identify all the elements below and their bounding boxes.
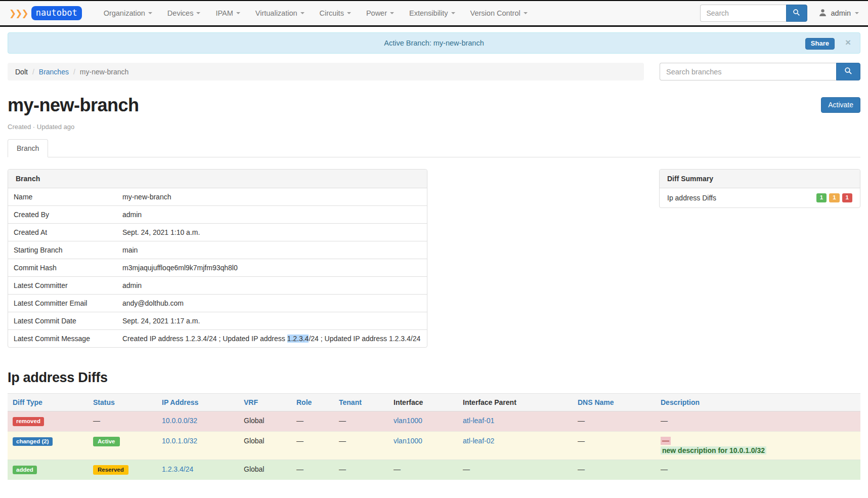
column-sort-link[interactable]: Description <box>661 398 700 406</box>
nav-item-label: IPAM <box>215 9 233 17</box>
column-sort-link[interactable]: Diff Type <box>13 398 42 406</box>
cell-link[interactable]: atl-leaf-02 <box>463 437 494 445</box>
nav-item-organization[interactable]: Organization <box>96 2 160 25</box>
branch-field-value: main <box>117 241 427 259</box>
diff-cell: Reserved <box>88 460 157 480</box>
description-new: new description for 10.0.1.0/32 <box>661 445 855 454</box>
column-label: Interface Parent <box>463 398 516 406</box>
diff-type-badge: changed (2) <box>13 437 53 446</box>
diff-cell: vlan1000 <box>388 411 458 432</box>
column-sort-link[interactable]: Status <box>93 398 115 406</box>
branch-field-value: Sept. 24, 2021 1:17 a.m. <box>117 312 427 330</box>
empty-value: — <box>93 417 100 425</box>
description-old: — <box>661 437 855 445</box>
cell-link[interactable]: vlan1000 <box>394 417 422 425</box>
diff-count-badge: 1 <box>816 193 827 202</box>
diff-cell: Global <box>239 411 291 432</box>
branch-detail-row: Created AtSept. 24, 2021 1:10 a.m. <box>8 224 427 241</box>
status-badge: Reserved <box>93 465 128 475</box>
branch-search-button[interactable] <box>836 63 860 80</box>
diff-cell: 10.0.1.0/32 <box>157 431 239 460</box>
user-name: admin <box>831 9 851 17</box>
diff-cell: — <box>291 431 334 460</box>
breadcrumb-row: Dolt/Branches/my-new-branch <box>8 63 860 80</box>
diff-cell: —new description for 10.0.1.0/32 <box>656 431 860 460</box>
activate-button[interactable]: Activate <box>821 97 860 113</box>
column-sort-link[interactable]: IP Address <box>162 398 198 406</box>
commit-message-highlight: 1.2.3.4 <box>287 335 309 343</box>
cell-link[interactable]: 1.2.3.4/24 <box>162 465 193 473</box>
cell-text: Global <box>244 437 264 445</box>
empty-value: — <box>661 465 668 473</box>
commit-message-pre: Created IP address 1.2.3.4/24 ; Updated … <box>122 335 287 343</box>
empty-value: — <box>339 417 346 425</box>
column-label: Interface <box>394 398 423 406</box>
nav-item-label: Devices <box>167 9 194 17</box>
diff-column-role: Role <box>291 394 334 411</box>
user-menu[interactable]: admin <box>818 8 859 18</box>
tab-branch[interactable]: Branch <box>8 139 48 157</box>
diff-cell: — <box>88 411 157 432</box>
search-icon <box>793 9 800 18</box>
cell-link[interactable]: vlan1000 <box>394 437 422 445</box>
branch-detail-table: Namemy-new-branchCreated ByadminCreated … <box>8 188 427 347</box>
cell-link[interactable]: 10.0.0.0/32 <box>162 417 197 425</box>
diff-column-interface: Interface <box>388 394 458 411</box>
brand-name: nautobot <box>31 6 82 20</box>
global-search-input[interactable] <box>700 5 786 22</box>
empty-value: — <box>339 437 346 445</box>
commit-message-post: /24 ; Updated IP address 1.2.3.4/24 <box>309 335 420 343</box>
share-button[interactable]: Share <box>805 38 835 50</box>
diff-cell: — <box>573 431 656 460</box>
nav-item-devices[interactable]: Devices <box>160 2 208 25</box>
top-navbar: ❯❯❯ nautobot OrganizationDevicesIPAMVirt… <box>0 0 868 27</box>
nav-item-virtualization[interactable]: Virtualization <box>248 2 312 25</box>
tab-bar: Branch <box>8 139 860 157</box>
column-sort-link[interactable]: VRF <box>244 398 258 406</box>
nav-item-power[interactable]: Power <box>359 2 402 25</box>
nav-item-extensibility[interactable]: Extensibility <box>402 2 463 25</box>
nav-item-circuits[interactable]: Circuits <box>312 2 359 25</box>
diff-cell: Global <box>239 460 291 480</box>
close-icon[interactable]: × <box>845 37 851 47</box>
column-sort-link[interactable]: Tenant <box>339 398 362 406</box>
branch-search-input[interactable] <box>660 63 836 80</box>
diff-count-badge: 1 <box>829 193 839 202</box>
nav-item-ipam[interactable]: IPAM <box>208 2 247 25</box>
cell-link[interactable]: 10.0.1.0/32 <box>162 437 197 445</box>
global-search-button[interactable] <box>786 5 807 22</box>
caret-down-icon <box>196 12 200 14</box>
diff-column-dns-name: DNS Name <box>573 394 656 411</box>
branch-detail-row: Latest Committeradmin <box>8 277 427 295</box>
diff-column-ip-address: IP Address <box>157 394 239 411</box>
column-sort-link[interactable]: DNS Name <box>578 398 614 406</box>
title-wrap: my-new-branch Created · Updated ago <box>8 80 821 131</box>
breadcrumb: Dolt/Branches/my-new-branch <box>8 63 644 80</box>
cell-link[interactable]: atl-leaf-01 <box>463 417 494 425</box>
branch-field-value: andy@dolthub.com <box>117 295 427 312</box>
caret-down-icon <box>855 12 859 14</box>
active-branch-text: Active Branch: my-new-branch <box>384 39 484 47</box>
diff-column-vrf: VRF <box>239 394 291 411</box>
diff-cell: — <box>291 460 334 480</box>
column-sort-link[interactable]: Role <box>296 398 312 406</box>
nav-item-version-control[interactable]: Version Control <box>463 2 535 25</box>
breadcrumb-item-branches[interactable]: Branches <box>39 68 69 76</box>
branch-field-label: Latest Commit Date <box>8 312 117 330</box>
branch-search <box>660 63 860 80</box>
empty-value: — <box>296 437 303 445</box>
empty-value: — <box>339 465 346 473</box>
diff-column-status: Status <box>88 394 157 411</box>
caret-down-icon <box>524 12 528 14</box>
caret-down-icon <box>451 12 455 14</box>
nautobot-logo[interactable]: ❯❯❯ nautobot <box>9 6 82 20</box>
branch-detail-body: Namemy-new-branchCreated ByadminCreated … <box>8 188 427 347</box>
branch-detail-row: Commit Hashm3mjaqujuffloqe6ml9k7mjfm93qh… <box>8 259 427 277</box>
diff-cell: vlan1000 <box>388 431 458 460</box>
diff-row: removed—10.0.0.0/32Global——vlan1000atl-l… <box>8 411 860 432</box>
empty-value: — <box>296 465 303 473</box>
diff-column-description: Description <box>656 394 860 411</box>
diff-cell: Global <box>239 431 291 460</box>
diff-column-diff-type: Diff Type <box>8 394 88 411</box>
active-branch-banner: Active Branch: my-new-branch Share × <box>8 32 860 54</box>
